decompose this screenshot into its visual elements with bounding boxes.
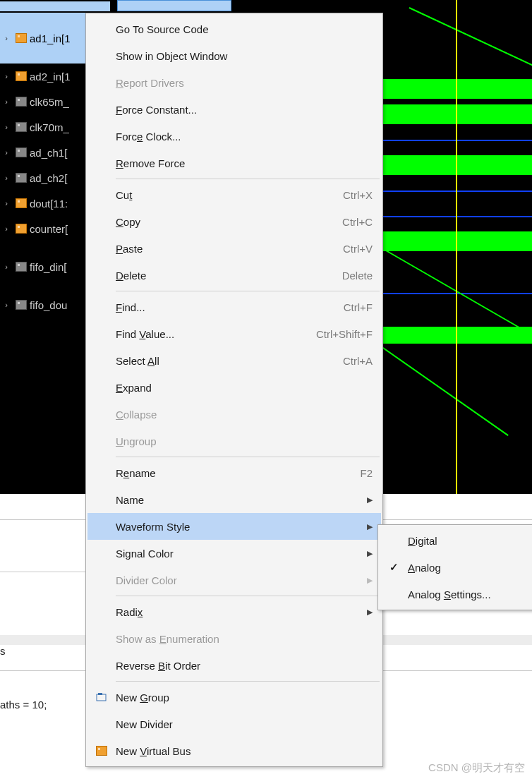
- waveform-style-submenu: Digital ✓Analog Analog Settings...: [377, 524, 532, 610]
- expand-icon[interactable]: ›: [1, 148, 11, 157]
- menu-force-constant[interactable]: Force Constant...: [87, 96, 381, 123]
- signal-label: ad_ch1[: [30, 147, 67, 159]
- wave-diag-2: [381, 247, 528, 333]
- submenu-analog-settings[interactable]: Analog Settings...: [380, 581, 532, 608]
- time-cursor[interactable]: [456, 0, 457, 494]
- lower-text-s: s: [0, 645, 6, 657]
- menu-copy[interactable]: CopyCtrl+C: [87, 208, 381, 235]
- virtual-bus-icon: [87, 746, 116, 756]
- menu-goto-source[interactable]: Go To Source Code: [87, 16, 381, 42]
- svg-rect-0: [97, 694, 106, 701]
- menu-separator: [116, 457, 380, 457]
- expand-icon[interactable]: ›: [1, 262, 11, 271]
- submenu-arrow-icon: ▶: [367, 495, 381, 505]
- menu-force-clock[interactable]: Force Clock...: [87, 123, 381, 150]
- expand-icon[interactable]: ›: [1, 301, 11, 309]
- expand-icon[interactable]: ›: [1, 97, 11, 106]
- signal-label: ad1_in[1: [30, 32, 71, 44]
- check-icon: ✓: [380, 561, 408, 574]
- signal-label: fifo_din[: [30, 261, 67, 273]
- bus-icon: [16, 198, 27, 208]
- signal-label: ad_ch2[: [30, 172, 67, 184]
- menu-new-divider[interactable]: New Divider: [87, 711, 381, 737]
- menu-reverse-bit-order[interactable]: Reverse Bit Order: [87, 652, 381, 679]
- header-tab-2[interactable]: [117, 0, 231, 11]
- wave-diag-1: [409, 7, 532, 68]
- menu-separator: [116, 681, 380, 682]
- menu-ungroup: Ungroup: [87, 428, 381, 454]
- bus-icon: [16, 147, 27, 157]
- expand-icon[interactable]: ›: [1, 224, 11, 233]
- signal-label: counter[: [30, 223, 68, 235]
- menu-waveform-style[interactable]: Waveform Style▶: [87, 513, 381, 540]
- menu-find[interactable]: Find...Ctrl+F: [87, 294, 381, 320]
- column-headers: [0, 0, 240, 11]
- menu-collapse: Collapse: [87, 401, 381, 428]
- signal-label: fifo_dou: [30, 299, 67, 311]
- signal-label: clk70m_: [30, 121, 69, 133]
- context-menu: Go To Source Code Show in Object Window …: [85, 13, 383, 767]
- bus-icon: [16, 300, 27, 310]
- menu-new-virtual-bus[interactable]: New Virtual Bus: [87, 737, 381, 764]
- menu-separator: [116, 596, 380, 596]
- menu-show-enum: Show as Enumeration: [87, 625, 381, 652]
- menu-expand[interactable]: Expand: [87, 374, 381, 401]
- signal-label: clk65m_: [30, 96, 69, 108]
- svg-rect-1: [98, 693, 102, 695]
- expand-icon[interactable]: ›: [1, 174, 11, 182]
- lower-text-paths: aths = 10;: [0, 699, 47, 711]
- bus-icon: [16, 262, 27, 272]
- wave-diag-3: [380, 346, 508, 436]
- expand-icon[interactable]: ›: [1, 199, 11, 207]
- bus-icon: [16, 122, 27, 132]
- menu-show-object-window[interactable]: Show in Object Window: [87, 42, 381, 69]
- header-tab-1[interactable]: [0, 0, 110, 11]
- bus-icon: [16, 224, 27, 234]
- menu-rename[interactable]: RenameF2: [87, 459, 381, 486]
- menu-find-value[interactable]: Find Value...Ctrl+Shift+F: [87, 320, 381, 347]
- group-icon: [87, 692, 116, 702]
- menu-name[interactable]: Name▶: [87, 486, 381, 513]
- bus-icon: [16, 97, 27, 107]
- menu-delete[interactable]: DeleteDelete: [87, 262, 381, 289]
- expand-icon[interactable]: ›: [1, 72, 11, 80]
- menu-remove-force[interactable]: Remove Force: [87, 150, 381, 176]
- menu-signal-color[interactable]: Signal Color▶: [87, 540, 381, 567]
- menu-select-all[interactable]: Select AllCtrl+A: [87, 347, 381, 374]
- signal-label: ad2_in[1: [30, 71, 71, 83]
- menu-separator: [116, 179, 380, 179]
- signal-label: dout[11:: [30, 198, 68, 210]
- bus-icon: [16, 173, 27, 183]
- submenu-digital[interactable]: Digital: [380, 527, 532, 554]
- expand-icon[interactable]: ›: [1, 34, 11, 42]
- bus-icon: [16, 71, 27, 81]
- bus-icon: [16, 33, 27, 43]
- menu-separator: [116, 291, 380, 291]
- menu-cut[interactable]: CutCtrl+X: [87, 181, 381, 208]
- menu-report-drivers: Report Drivers: [87, 69, 381, 96]
- submenu-analog[interactable]: ✓Analog: [380, 554, 532, 581]
- menu-radix[interactable]: Radix▶: [87, 598, 381, 625]
- expand-icon[interactable]: ›: [1, 123, 11, 131]
- menu-paste[interactable]: PasteCtrl+V: [87, 235, 381, 262]
- menu-new-group[interactable]: New Group: [87, 684, 381, 711]
- menu-divider-color: Divider Color▶: [87, 567, 381, 593]
